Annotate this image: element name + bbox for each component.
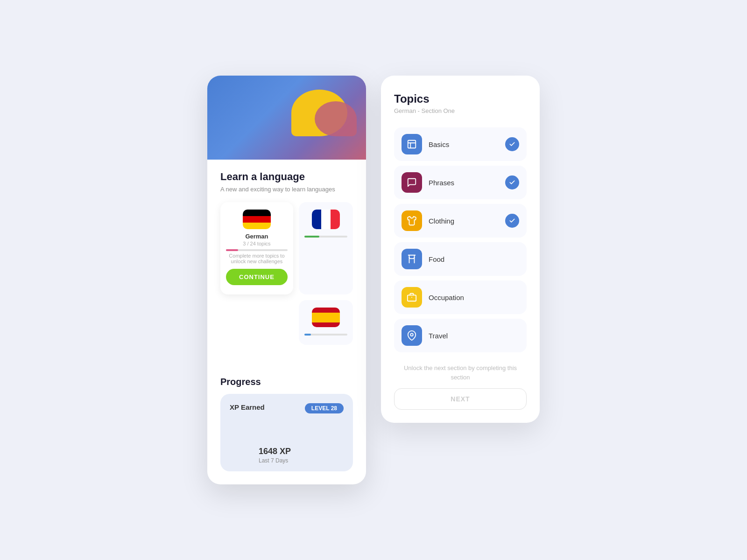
topic-icon-clothing xyxy=(402,210,422,231)
topic-name-occupation: Occupation xyxy=(429,294,519,301)
topic-item-food[interactable]: Food xyxy=(394,242,527,276)
topic-item-phrases[interactable]: Phrases xyxy=(394,166,527,199)
topic-name-basics: Basics xyxy=(429,140,499,148)
xp-card: XP Earned LEVEL 28 1648 XP Last 7 Days xyxy=(220,394,353,471)
card-body: Learn a language A new and exciting way … xyxy=(207,160,366,367)
flag-french xyxy=(312,210,340,229)
flag-spanish xyxy=(312,308,340,327)
topic-name-food: Food xyxy=(429,255,519,263)
topic-icon-phrases xyxy=(402,172,422,193)
bubble-pink-icon xyxy=(315,101,357,136)
topic-name-phrases: Phrases xyxy=(429,179,499,187)
xp-label: XP Earned xyxy=(230,403,265,411)
continue-button[interactable]: CONTINUE xyxy=(226,269,288,285)
progress-bar-spanish-outer xyxy=(304,334,347,336)
progress-bar-spanish-inner xyxy=(304,334,311,336)
progress-bar-french-outer xyxy=(304,236,347,238)
lang-progress-german: 3 / 24 topics xyxy=(243,241,270,246)
flag-german xyxy=(243,210,271,229)
topic-name-travel: Travel xyxy=(429,332,519,340)
card-header xyxy=(207,76,366,160)
xp-days: Last 7 Days xyxy=(259,457,291,464)
card-title: Learn a language xyxy=(220,171,353,183)
lang-hint-german: Complete more topics to unlock new chall… xyxy=(226,253,288,264)
bar-chart xyxy=(230,421,256,458)
card-subtitle: A new and exciting way to learn language… xyxy=(220,186,353,193)
topic-item-clothing[interactable]: Clothing xyxy=(394,204,527,238)
next-button[interactable]: NEXT xyxy=(394,388,527,410)
svg-rect-0 xyxy=(408,140,416,148)
topic-item-occupation[interactable]: Occupation xyxy=(394,280,527,314)
topic-item-basics[interactable]: Basics xyxy=(394,127,527,161)
progress-section: Progress XP Earned LEVEL 28 1648 XP Last… xyxy=(207,367,366,484)
topic-icon-food xyxy=(402,249,422,269)
level-badge: LEVEL 28 xyxy=(305,403,344,413)
language-item-spanish[interactable] xyxy=(299,300,353,345)
topic-icon-travel xyxy=(402,325,422,346)
language-item-german[interactable]: German 3 / 24 topics Complete more topic… xyxy=(220,202,293,294)
check-circle-phrases xyxy=(505,175,519,189)
screen-container: Learn a language A new and exciting way … xyxy=(189,48,558,512)
topics-subtitle: German - Section One xyxy=(394,107,527,114)
progress-title: Progress xyxy=(220,377,353,387)
left-card: Learn a language A new and exciting way … xyxy=(207,76,366,484)
svg-point-8 xyxy=(410,333,413,336)
topic-item-travel[interactable]: Travel xyxy=(394,319,527,352)
svg-rect-6 xyxy=(408,295,416,301)
topic-icon-basics xyxy=(402,134,422,154)
lang-name-german: German xyxy=(245,233,268,240)
xp-amount: 1648 XP xyxy=(259,447,291,456)
check-circle-clothing xyxy=(505,214,519,228)
xp-header: XP Earned LEVEL 28 xyxy=(230,403,344,413)
language-item-french[interactable] xyxy=(299,202,353,294)
unlock-text: Unlock the next section by completing th… xyxy=(394,364,527,382)
topic-name-clothing: Clothing xyxy=(429,217,499,225)
progress-bar-french-inner xyxy=(304,236,319,238)
check-circle-basics xyxy=(505,137,519,151)
progress-bar-german-outer xyxy=(226,249,288,251)
topic-list: BasicsPhrasesClothingFoodOccupationTrave… xyxy=(394,127,527,352)
right-card: Topics German - Section One BasicsPhrase… xyxy=(381,76,540,423)
topic-icon-occupation xyxy=(402,287,422,308)
language-grid: German 3 / 24 topics Complete more topic… xyxy=(220,202,353,345)
topics-title: Topics xyxy=(394,92,527,105)
xp-stats: 1648 XP Last 7 Days xyxy=(259,447,291,464)
progress-bar-german-inner xyxy=(226,249,238,251)
